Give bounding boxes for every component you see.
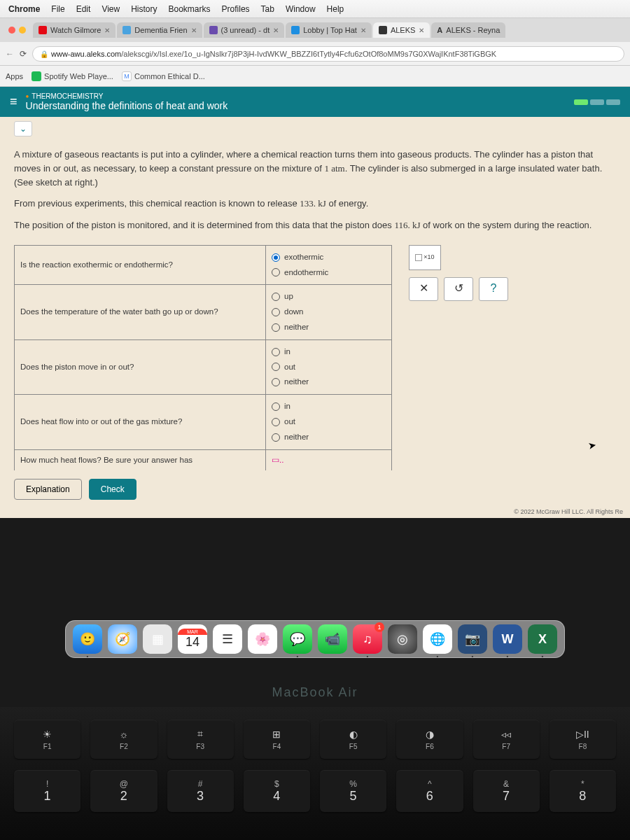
subheader: ⌄ bbox=[0, 117, 630, 141]
key-7: &7 bbox=[473, 770, 540, 812]
key-f5: ◐F5 bbox=[320, 720, 386, 759]
key-f1: ☀F1 bbox=[14, 720, 80, 759]
music-icon[interactable]: ♫1 bbox=[353, 624, 382, 654]
lock-icon: 🔒 bbox=[40, 50, 48, 58]
copyright-text: © 2022 McGraw Hill LLC. All Rights Re bbox=[0, 505, 630, 518]
menu-profiles[interactable]: Profiles bbox=[222, 4, 250, 14]
key-4: $4 bbox=[244, 770, 310, 812]
aleks-header: ≡ THERMOCHEMISTRY Understanding the defi… bbox=[0, 87, 630, 117]
key-5: %5 bbox=[320, 770, 386, 812]
q3-opt-in[interactable]: in bbox=[272, 344, 386, 360]
excel-icon[interactable]: X bbox=[528, 624, 557, 654]
app-icon[interactable]: ◎ bbox=[388, 624, 417, 654]
launchpad-icon[interactable]: ▦ bbox=[143, 624, 172, 654]
menu-help[interactable]: Help bbox=[327, 4, 344, 14]
chrome-icon[interactable]: 🌐 bbox=[423, 624, 452, 654]
bookmarks-bar: Apps Spotify Web Playe... MCommon Ethica… bbox=[0, 66, 630, 87]
undo-button[interactable]: ↺ bbox=[444, 277, 473, 301]
mac-menubar: Chrome File Edit View History Bookmarks … bbox=[0, 0, 630, 18]
q4-opt-neither[interactable]: neither bbox=[272, 430, 386, 445]
cursor-icon: ➤ bbox=[587, 439, 598, 451]
menu-history[interactable]: History bbox=[131, 4, 157, 14]
q3-opt-neither[interactable]: neither bbox=[272, 374, 386, 390]
url-field[interactable]: 🔒www-awu.aleks.com/alekscgi/x/Isl.exe/1o… bbox=[32, 46, 624, 62]
traffic-lights[interactable] bbox=[8, 27, 26, 34]
q1-opt-exo[interactable]: exothermic bbox=[272, 250, 386, 265]
tab-dementia[interactable]: Dementia Frien✕ bbox=[117, 22, 202, 38]
q4-opt-out[interactable]: out bbox=[272, 414, 386, 430]
close-icon[interactable]: ✕ bbox=[360, 27, 366, 34]
help-button[interactable]: ? bbox=[479, 277, 508, 301]
q3-opt-out[interactable]: out bbox=[272, 360, 386, 375]
hamburger-icon[interactable]: ≡ bbox=[10, 94, 18, 109]
chevron-down-icon: ⌄ bbox=[20, 124, 27, 134]
key-f4: ⊞F4 bbox=[244, 720, 310, 759]
camera-icon[interactable]: 📷 bbox=[458, 624, 487, 654]
q1-text: Is the reaction exothermic or endothermi… bbox=[15, 245, 266, 285]
q2-text: Does the temperature of the water bath g… bbox=[15, 285, 266, 340]
facetime-icon[interactable]: 📹 bbox=[318, 624, 347, 654]
browser-tabs: Watch Gilmore✕ Dementia Frien✕ (3 unread… bbox=[0, 18, 630, 42]
key-f8: ▷IIF8 bbox=[550, 720, 616, 759]
menu-tab[interactable]: Tab bbox=[261, 4, 274, 14]
expand-button[interactable]: ⌄ bbox=[14, 121, 32, 136]
finder-icon[interactable]: 🙂 bbox=[73, 624, 102, 654]
close-icon[interactable]: ✕ bbox=[104, 27, 110, 34]
q2-opt-down[interactable]: down bbox=[272, 304, 386, 320]
menu-view[interactable]: View bbox=[102, 4, 120, 14]
question-content: A mixture of gaseous reactants is put in… bbox=[0, 141, 630, 505]
check-button[interactable]: Check bbox=[89, 479, 136, 500]
calendar-icon[interactable]: MAR14 bbox=[178, 624, 207, 654]
tab-aleks[interactable]: ALEKS✕ bbox=[373, 22, 430, 38]
close-icon[interactable]: ✕ bbox=[273, 27, 279, 34]
q4-text: Does heat flow into or out of the gas mi… bbox=[15, 395, 266, 449]
word-icon[interactable]: W bbox=[493, 624, 522, 654]
photos-icon[interactable]: 🌸 bbox=[248, 624, 277, 654]
key-2: @2 bbox=[90, 770, 157, 812]
explanation-button[interactable]: Explanation bbox=[14, 479, 82, 500]
key-6: ^6 bbox=[396, 770, 463, 812]
key-f2: ☼F2 bbox=[90, 720, 157, 759]
dock: 🙂 🧭 ▦ MAR14 ☰ 🌸 💬 📹 ♫1 ◎ 🌐 📷 W X bbox=[0, 620, 630, 658]
menu-bookmarks[interactable]: Bookmarks bbox=[169, 4, 211, 14]
key-1: !1 bbox=[14, 770, 80, 812]
progress-bar bbox=[574, 99, 620, 105]
sci-notation-button[interactable]: ×10 bbox=[409, 245, 441, 270]
reload-icon[interactable]: ⟳ bbox=[20, 49, 27, 59]
q2-opt-up[interactable]: up bbox=[272, 289, 386, 304]
tab-aleks-2[interactable]: AALEKS - Reyna bbox=[431, 22, 505, 38]
bookmark-spotify[interactable]: Spotify Web Playe... bbox=[31, 71, 113, 81]
bookmark-ethical[interactable]: MCommon Ethical D... bbox=[122, 71, 205, 81]
close-icon[interactable]: ✕ bbox=[419, 27, 424, 34]
topic-category: THERMOCHEMISTRY bbox=[26, 92, 228, 100]
menu-file[interactable]: File bbox=[51, 4, 64, 14]
clear-button[interactable]: ✕ bbox=[409, 277, 438, 301]
q2-opt-neither[interactable]: neither bbox=[272, 320, 386, 335]
back-icon[interactable]: ← bbox=[6, 49, 14, 59]
q1-opt-endo[interactable]: endothermic bbox=[272, 265, 386, 281]
reminders-icon[interactable]: ☰ bbox=[213, 624, 242, 654]
topic-title: Understanding the definitions of heat an… bbox=[26, 100, 228, 111]
tab-netflix[interactable]: Watch Gilmore✕ bbox=[33, 22, 115, 38]
key-f6: ◑F6 bbox=[396, 720, 463, 759]
laptop-model: MacBook Air bbox=[0, 685, 630, 700]
q3-text: Does the piston move in or out? bbox=[15, 340, 266, 394]
q4-opt-in[interactable]: in bbox=[272, 399, 386, 414]
q5-text: How much heat flows? Be sure your answer… bbox=[15, 449, 266, 470]
tab-mail[interactable]: (3 unread) - dt✕ bbox=[204, 22, 285, 38]
keyboard: ☀F1☼F2⌗F3⊞F4◐F5◑F6◃◃F7▷IIF8 !1@2#3$4%5^6… bbox=[0, 707, 630, 840]
key-f7: ◃◃F7 bbox=[473, 720, 540, 759]
menu-window[interactable]: Window bbox=[286, 4, 316, 14]
safari-icon[interactable]: 🧭 bbox=[108, 624, 137, 654]
url-bar-row: ← ⟳ 🔒www-awu.aleks.com/alekscgi/x/Isl.ex… bbox=[0, 42, 630, 66]
messages-icon[interactable]: 💬 bbox=[283, 624, 312, 654]
menu-edit[interactable]: Edit bbox=[76, 4, 91, 14]
tab-tophat[interactable]: Lobby | Top Hat✕ bbox=[286, 22, 372, 38]
close-icon[interactable]: ✕ bbox=[191, 27, 197, 34]
apps-label[interactable]: Apps bbox=[6, 72, 23, 80]
app-name: Chrome bbox=[8, 4, 40, 14]
key-f3: ⌗F3 bbox=[167, 720, 234, 759]
key-8: *8 bbox=[550, 770, 616, 812]
answer-field-icon[interactable]: ▭.. bbox=[272, 456, 284, 464]
question-table: Is the reaction exothermic or endothermi… bbox=[14, 245, 392, 471]
